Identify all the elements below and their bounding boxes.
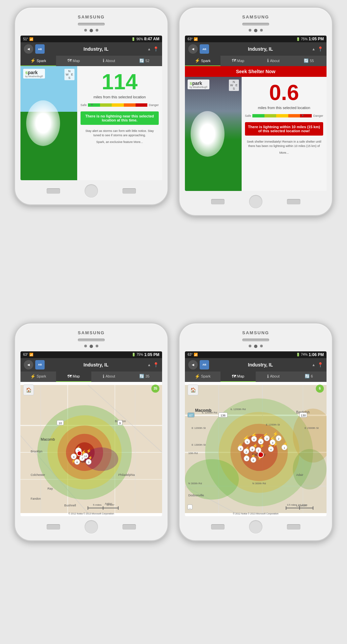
- wind-n: N: [66, 69, 73, 73]
- svg-text:2: 2: [278, 437, 280, 440]
- status-left-4: 63° 📶: [188, 353, 198, 356]
- back-hw-btn-1[interactable]: [122, 188, 136, 194]
- spark-logo-1: spark by WeatherBug®: [23, 69, 45, 79]
- tab-map-4[interactable]: 🗺 Map: [220, 371, 256, 382]
- safe-label-2: Safe: [245, 114, 251, 117]
- status-bar-2: 63° 📶 🔋 75% 1:05 PM: [185, 36, 327, 42]
- sensor-dot-2a: [249, 29, 251, 32]
- screen-4: 63° 📶 🔋 74% 1:06 PM ◄ AB Industry, IL ▲ …: [185, 351, 327, 516]
- tab-about-3[interactable]: ℹ About: [91, 371, 127, 382]
- scale-seg-o2: [288, 114, 300, 117]
- map-badge-3: 35: [151, 385, 159, 393]
- status-left-3: 63° 📶: [23, 353, 33, 356]
- dots-4: [249, 345, 263, 348]
- about-icon-1: ℹ: [103, 58, 104, 63]
- svg-text:Ray: Ray: [47, 487, 53, 490]
- tab-about-1[interactable]: ℹ About: [91, 56, 127, 66]
- spark-icon-2: ⚡: [195, 58, 200, 63]
- speaker-4: [242, 339, 269, 341]
- tab-bar-2: ⚡ Spark 🗺 Map ℹ About 🔄 55: [185, 56, 327, 66]
- svg-text:10: 10: [59, 421, 62, 425]
- svg-text:E 1200th St: E 1200th St: [192, 426, 206, 429]
- scale-wrapper-2: ▼: [252, 114, 312, 117]
- svg-text:136: 136: [220, 413, 226, 417]
- camera-dot: [90, 29, 93, 32]
- spark-sub-2: by WeatherBug®: [190, 86, 207, 88]
- tab-refresh-4[interactable]: 🔄 6: [291, 371, 327, 382]
- svg-text:Bushnell: Bushnell: [64, 503, 76, 507]
- status-right-3: 🔋 75% 1:05 PM: [132, 352, 159, 357]
- phone-2: SAMSUNG 63° 📶 🔋 75% 1:05 PM ◄ AB Industr…: [179, 7, 333, 216]
- pin-icon-4: 📍: [317, 362, 323, 367]
- signal-icon-1: ▲: [147, 47, 151, 51]
- menu-btn-2[interactable]: [211, 199, 225, 204]
- back-hw-btn-4[interactable]: [287, 524, 300, 530]
- tab-refresh-3[interactable]: 🔄 35: [127, 371, 162, 382]
- scale-arrow-2: ▼: [301, 114, 304, 117]
- status-left-1: 51° 📶: [23, 37, 33, 41]
- svg-text:Adair: Adair: [296, 473, 303, 477]
- map-home-btn-4[interactable]: 🏠: [188, 385, 198, 395]
- spark-icon-4: ⚡: [195, 374, 200, 379]
- svg-text:4: 4: [260, 440, 262, 443]
- back-btn-3[interactable]: ◄: [24, 360, 33, 369]
- spark-content-2: spark by WeatherBug® NW ES 0.6 miles fro…: [185, 77, 327, 191]
- tab-spark-2[interactable]: ⚡ Spark: [185, 56, 220, 66]
- back-hw-btn-3[interactable]: [122, 524, 136, 530]
- tab-spark-4[interactable]: ⚡ Spark: [185, 371, 220, 382]
- temperature-2: 63°: [188, 37, 193, 41]
- tab-spark-label-2: Spark: [201, 59, 211, 63]
- tab-refresh-2[interactable]: 🔄 55: [291, 56, 327, 66]
- home-btn-4[interactable]: [249, 520, 262, 534]
- speaker-3: [78, 339, 105, 341]
- back-btn-4[interactable]: ◄: [188, 360, 198, 369]
- svg-text:4: 4: [270, 448, 272, 451]
- distance-number-1: 114: [102, 71, 138, 93]
- signal-icon-2: ▲: [312, 47, 315, 51]
- tab-refresh-1[interactable]: 🔄 52: [127, 56, 162, 66]
- svg-text:1: 1: [284, 446, 285, 449]
- header-3: ◄ AB Industry, IL ▲ 📍: [20, 358, 162, 371]
- home-btn-3[interactable]: [85, 520, 98, 534]
- distance-number-2: 0.6: [269, 82, 299, 103]
- tab-spark-3[interactable]: ⚡ Spark: [20, 371, 56, 382]
- svg-text:130: 130: [301, 413, 306, 417]
- svg-text:2: 2: [258, 449, 259, 452]
- tab-spark-label-1: Spark: [37, 59, 46, 63]
- time-4: 1:06 PM: [309, 352, 324, 357]
- wifi-icon-2: 📶: [194, 37, 198, 41]
- about-icon-4: ℹ: [267, 374, 269, 379]
- tab-spark-1[interactable]: ⚡ Spark: [20, 56, 56, 66]
- time-2: 1:05 PM: [309, 37, 324, 41]
- back-hw-btn-2[interactable]: [287, 199, 300, 204]
- svg-text:Fandon: Fandon: [31, 497, 41, 500]
- tab-map-label-2: Map: [237, 59, 244, 63]
- menu-btn-1[interactable]: [47, 188, 60, 194]
- tab-map-3[interactable]: 🗺 Map: [56, 371, 92, 382]
- tab-about-2[interactable]: ℹ About: [256, 56, 291, 66]
- home-btn-1[interactable]: [85, 184, 98, 198]
- sensor-dot-2b: [260, 29, 263, 32]
- menu-btn-3[interactable]: [47, 524, 60, 530]
- tab-spark-label-3: Spark: [37, 374, 46, 378]
- map-home-btn-3[interactable]: 🏠: [23, 385, 34, 395]
- back-btn-1[interactable]: ◄: [24, 44, 33, 54]
- svg-point-71: [293, 449, 327, 490]
- status-right-1: 🔋 96% 8:47 AM: [131, 37, 159, 41]
- back-btn-2[interactable]: ◄: [188, 44, 198, 54]
- wind-compass-1: N W E S: [64, 69, 75, 80]
- home-btn-2[interactable]: [249, 195, 262, 208]
- info-text-1: Stay alert as storms can form with littl…: [81, 128, 159, 139]
- sensor-dot-4b: [260, 345, 263, 347]
- svg-text:3: 3: [246, 457, 248, 460]
- info-text-2b: More...: [278, 149, 290, 156]
- shelter-banner: Seek Shelter Now: [185, 66, 327, 77]
- info-text-2a: Seek shelter immediately! Remain in a sa…: [245, 138, 323, 149]
- menu-btn-4[interactable]: [211, 524, 225, 530]
- tab-about-4[interactable]: ℹ About: [256, 371, 291, 382]
- svg-point-140: [258, 452, 263, 457]
- tab-map-1[interactable]: 🗺 Map: [56, 56, 92, 66]
- battery-pct-1: 96%: [136, 37, 143, 41]
- tab-map-2[interactable]: 🗺 Map: [220, 56, 256, 66]
- phone-3: SAMSUNG 63° 📶 🔋 75% 1:05 PM ◄ AB Industr…: [14, 323, 168, 541]
